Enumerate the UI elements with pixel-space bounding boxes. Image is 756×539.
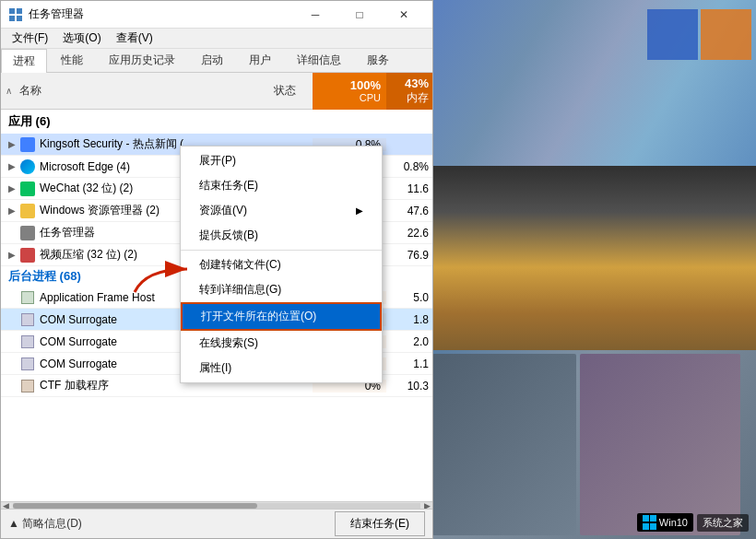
process-mem: 5.0 bbox=[386, 291, 432, 304]
bg-mid-section bbox=[429, 166, 756, 350]
end-task-button[interactable]: 结束任务(E) bbox=[335, 511, 425, 536]
watermark: Win10 系统之家 bbox=[637, 513, 749, 532]
wechat-icon bbox=[19, 181, 36, 197]
edge-icon bbox=[19, 158, 36, 175]
ctx-item-feedback[interactable]: 提供反馈(B) bbox=[181, 223, 382, 248]
cpu-label: CPU bbox=[360, 92, 381, 103]
video-icon bbox=[19, 247, 36, 264]
explorer-icon bbox=[19, 203, 36, 219]
tab-history[interactable]: 应用历史记录 bbox=[97, 48, 187, 72]
menu-options[interactable]: 选项(O) bbox=[55, 29, 108, 48]
app-icon bbox=[19, 136, 36, 153]
win10-text: Win10 bbox=[659, 517, 688, 528]
process-mem: 47.6 bbox=[386, 205, 432, 217]
com-icon bbox=[19, 311, 36, 328]
window-title: 任务管理器 bbox=[29, 6, 294, 22]
horizontal-scrollbar[interactable]: ◀ ▶ bbox=[1, 501, 432, 509]
background-image bbox=[429, 0, 756, 539]
maximize-button[interactable]: □ bbox=[338, 1, 381, 29]
menu-view[interactable]: 查看(V) bbox=[109, 29, 160, 48]
bg-group-header: 后台进程 (68) bbox=[8, 269, 81, 283]
svg-rect-1 bbox=[17, 8, 22, 14]
column-headers: ∧ 名称 状态 100% CPU 43% 内存 bbox=[1, 73, 432, 110]
expand-icon[interactable]: ▶ bbox=[5, 250, 19, 260]
svg-rect-0 bbox=[9, 8, 15, 14]
svg-rect-2 bbox=[9, 16, 15, 21]
ctx-item-details[interactable]: 转到详细信息(G) bbox=[181, 277, 382, 302]
expand-icon[interactable]: ▶ bbox=[5, 161, 19, 171]
process-mem: 0.8% bbox=[386, 160, 432, 173]
process-mem: 22.6 bbox=[386, 227, 432, 240]
context-menu: 展开(P) 结束任务(E) 资源值(V) ▶ 提供反馈(B) 创建转储文件(C)… bbox=[180, 146, 383, 383]
mem-percent: 43% bbox=[405, 76, 429, 90]
menu-bar: 文件(F) 选项(O) 查看(V) bbox=[1, 29, 432, 49]
ctx-item-search[interactable]: 在线搜索(S) bbox=[181, 331, 382, 356]
svg-rect-3 bbox=[17, 16, 22, 21]
expand-icon[interactable]: ▶ bbox=[5, 139, 19, 149]
site-badge: 系统之家 bbox=[697, 514, 749, 532]
taskmgr-icon bbox=[19, 225, 36, 241]
scrollbar-thumb[interactable] bbox=[13, 503, 257, 509]
tab-details[interactable]: 详细信息 bbox=[285, 48, 353, 72]
right-panel-background: Win10 系统之家 bbox=[429, 0, 756, 539]
col-name-header[interactable]: 名称 bbox=[16, 83, 257, 99]
menu-file[interactable]: 文件(F) bbox=[5, 29, 55, 48]
expand-icon[interactable]: ▶ bbox=[5, 183, 19, 193]
tab-performance[interactable]: 性能 bbox=[49, 48, 95, 72]
ctx-separator bbox=[181, 250, 382, 251]
ctx-item-open-location[interactable]: 打开文件所在的位置(O) bbox=[181, 302, 382, 331]
process-mem: 1.8 bbox=[386, 313, 432, 326]
status-bar: ▲ 简略信息(D) 结束任务(E) bbox=[1, 509, 432, 538]
ctx-resource-label: 资源值(V) bbox=[199, 203, 247, 218]
afh-icon bbox=[19, 289, 36, 306]
close-button[interactable]: ✕ bbox=[383, 1, 425, 29]
window-icon bbox=[8, 7, 23, 22]
tab-startup[interactable]: 启动 bbox=[189, 48, 235, 72]
windows-logo-icon bbox=[643, 515, 657, 530]
ctf-icon bbox=[19, 378, 36, 394]
bg-top-section bbox=[429, 0, 756, 166]
window-controls: ─ □ ✕ bbox=[294, 1, 425, 29]
tab-processes[interactable]: 进程 bbox=[1, 49, 47, 73]
bg-bottom-section bbox=[429, 350, 756, 539]
submenu-arrow: ▶ bbox=[356, 205, 363, 216]
process-mem: 1.1 bbox=[386, 357, 432, 370]
process-mem: 2.0 bbox=[386, 335, 432, 348]
process-mem: 10.3 bbox=[386, 380, 432, 393]
col-status-header[interactable]: 状态 bbox=[257, 83, 313, 99]
apps-group-header: 应用 (6) bbox=[1, 110, 432, 134]
mem-label: 内存 bbox=[407, 90, 429, 106]
ctx-item-properties[interactable]: 属性(I) bbox=[181, 356, 382, 381]
title-bar: 任务管理器 ─ □ ✕ bbox=[1, 1, 432, 29]
ctx-item-endtask[interactable]: 结束任务(E) bbox=[181, 173, 382, 198]
process-mem: 76.9 bbox=[386, 249, 432, 262]
expand-icon[interactable]: ▶ bbox=[5, 205, 19, 216]
scrollbar-track[interactable] bbox=[13, 503, 420, 509]
win10-badge: Win10 bbox=[637, 513, 693, 532]
com-icon bbox=[19, 356, 36, 372]
com-icon bbox=[19, 334, 36, 350]
process-mem: 11.6 bbox=[386, 182, 432, 195]
tab-users[interactable]: 用户 bbox=[237, 48, 283, 72]
ctx-item-dump[interactable]: 创建转储文件(C) bbox=[181, 252, 382, 277]
col-cpu-header[interactable]: 100% CPU bbox=[313, 73, 386, 110]
cpu-percent: 100% bbox=[350, 78, 381, 92]
ctx-item-resource[interactable]: 资源值(V) ▶ bbox=[181, 198, 382, 223]
minimize-button[interactable]: ─ bbox=[294, 1, 337, 29]
status-text[interactable]: ▲ 简略信息(D) bbox=[8, 516, 335, 532]
ctx-item-expand[interactable]: 展开(P) bbox=[181, 148, 382, 173]
tab-bar: 进程 性能 应用历史记录 启动 用户 详细信息 服务 bbox=[1, 49, 432, 73]
tab-services[interactable]: 服务 bbox=[355, 48, 401, 72]
sort-toggle[interactable]: ∧ bbox=[1, 73, 16, 110]
col-mem-header[interactable]: 43% 内存 bbox=[386, 73, 432, 110]
